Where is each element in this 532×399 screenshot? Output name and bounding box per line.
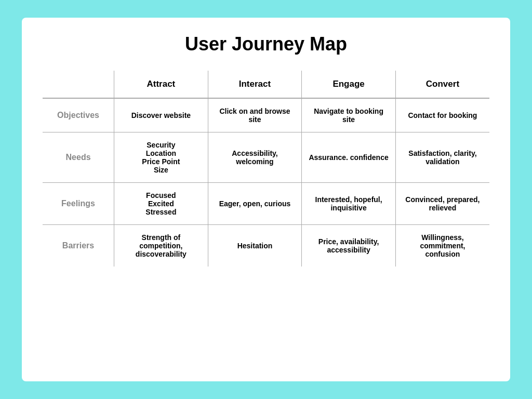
cell-feelings-engage: Interested, hopeful, inquisitive	[302, 183, 396, 225]
cell-feelings-convert: Convinced, prepared, relieved	[395, 183, 489, 225]
page-title: User Journey Map	[43, 33, 489, 55]
table-row: Barriers Strength of competition, discov…	[43, 225, 489, 267]
header-interact: Interact	[208, 71, 302, 98]
cell-barriers-engage: Price, availability, accessibility	[302, 225, 396, 267]
row-header-barriers: Barriers	[43, 225, 114, 267]
journey-map-table: Attract Interact Engage Convert Objectiv…	[43, 71, 489, 267]
cell-barriers-attract: Strength of competition, discoverability	[114, 225, 208, 267]
cell-needs-engage: Assurance. confidence	[302, 132, 396, 183]
cell-objectives-convert: Contact for booking	[395, 98, 489, 132]
cell-barriers-interact: Hesitation	[208, 225, 302, 267]
cell-needs-interact: Accessibility, welcoming	[208, 132, 302, 183]
table-row: Feelings Focused Excited Stressed Eager,…	[43, 183, 489, 225]
row-header-needs: Needs	[43, 132, 114, 183]
table-header-row: Attract Interact Engage Convert	[43, 71, 489, 98]
header-attract: Attract	[114, 71, 208, 98]
cell-objectives-attract: Discover website	[114, 98, 208, 132]
cell-feelings-attract: Focused Excited Stressed	[114, 183, 208, 225]
row-header-feelings: Feelings	[43, 183, 114, 225]
table-row: Objectives Discover website Click on and…	[43, 98, 489, 132]
journey-map-card: User Journey Map Attract Interact Engage…	[22, 18, 510, 381]
header-engage: Engage	[302, 71, 396, 98]
cell-feelings-interact: Eager, open, curious	[208, 183, 302, 225]
cell-needs-convert: Satisfaction, clarity, validation	[395, 132, 489, 183]
header-convert: Convert	[395, 71, 489, 98]
header-label	[43, 71, 114, 98]
cell-objectives-interact: Click on and browse site	[208, 98, 302, 132]
cell-barriers-convert: Willingness, commitment, confusion	[395, 225, 489, 267]
table-row: Needs Security Location Price Point Size…	[43, 132, 489, 183]
cell-needs-attract: Security Location Price Point Size	[114, 132, 208, 183]
row-header-objectives: Objectives	[43, 98, 114, 132]
cell-objectives-engage: Navigate to booking site	[302, 98, 396, 132]
